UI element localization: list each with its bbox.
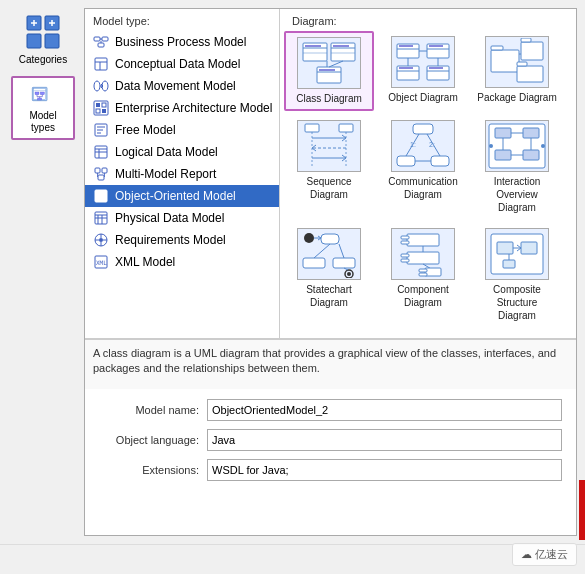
list-item-req[interactable]: Requirements Model [85,229,279,251]
svg-rect-44 [98,175,104,180]
svg-rect-11 [35,92,39,95]
svg-rect-18 [94,37,100,41]
svg-rect-139 [401,254,409,257]
diagram-item-component[interactable]: Component Diagram [378,223,468,327]
diagram-item-statechart[interactable]: Statechart Diagram [284,223,374,327]
diagram-grid: Class Diagram [284,31,572,327]
diagram-item-package[interactable]: Package Diagram [472,31,562,111]
list-item-dmm-label: Data Movement Model [115,79,236,93]
svg-rect-33 [102,109,106,113]
diagram-section-label: Diagram: [284,13,572,31]
svg-line-73 [329,61,343,67]
svg-rect-96 [517,66,543,82]
list-item-eam[interactable]: Enterprise Architecture Model [85,97,279,119]
list-item-ldm[interactable]: Logical Data Model [85,141,279,163]
sidebar-item-categories[interactable]: Categories [11,8,75,72]
svg-rect-32 [96,109,100,113]
interaction-diagram-thumb [485,120,549,172]
svg-rect-126 [321,234,339,244]
list-item-xml-label: XML Model [115,255,175,269]
svg-rect-43 [102,168,107,173]
sidebar: Categories Model types [8,8,78,536]
svg-rect-144 [419,269,427,272]
extensions-row: Extensions: [99,459,562,481]
svg-rect-115 [495,128,511,138]
list-item-pdm[interactable]: Physical Data Model [85,207,279,229]
interaction-diagram-label: Interaction Overview Diagram [477,175,557,214]
model-name-input[interactable] [207,399,562,421]
svg-rect-137 [401,241,409,244]
svg-rect-93 [491,46,503,50]
bottom-bar [0,544,585,574]
watermark: ☁ 亿速云 [512,543,577,566]
diagram-item-object[interactable]: Object Diagram [378,31,468,111]
sequence-diagram-thumb [297,120,361,172]
svg-rect-147 [497,242,513,254]
list-item-oom-label: Object-Oriented Model [115,189,236,203]
main-panel: Model type: [84,8,577,536]
object-language-input[interactable] [207,429,562,451]
svg-rect-108 [431,156,449,166]
diagram-item-class[interactable]: Class Diagram [284,31,374,111]
svg-rect-91 [429,67,443,69]
svg-rect-2 [27,34,41,48]
list-item-bpm[interactable]: Business Process Model [85,31,279,53]
svg-rect-100 [339,124,353,132]
composite-diagram-label: Composite Structure Diagram [477,283,557,322]
svg-rect-106 [413,124,433,134]
diagram-item-communication[interactable]: 1: 2: Communication Diagram [378,115,468,219]
list-item-pdm-label: Physical Data Model [115,211,224,225]
package-diagram-thumb [485,36,549,88]
svg-point-123 [489,144,493,148]
svg-point-26 [94,81,100,91]
dmm-icon [93,78,109,94]
svg-rect-138 [407,252,439,264]
svg-text:XML: XML [96,259,107,266]
list-item-xml[interactable]: XML XML Model [85,251,279,273]
svg-rect-116 [523,128,539,138]
svg-rect-118 [523,150,539,160]
svg-rect-145 [419,273,427,276]
svg-rect-150 [503,260,515,268]
svg-rect-94 [521,42,543,60]
pdm-icon [93,210,109,226]
class-diagram-thumb [297,37,361,89]
list-item-free[interactable]: Free Model [85,119,279,141]
extensions-input[interactable] [207,459,562,481]
svg-rect-12 [40,92,44,95]
diagram-item-composite[interactable]: Composite Structure Diagram [472,223,562,327]
list-item-oom[interactable]: Object-Oriented Model [85,185,279,207]
categories-icon [25,14,61,50]
list-item-mmr[interactable]: Multi-Model Report [85,163,279,185]
list-item-cdm[interactable]: Conceptual Data Model [85,53,279,75]
svg-rect-140 [401,259,409,262]
svg-point-57 [99,238,103,242]
svg-rect-20 [98,43,104,47]
list-item-dmm[interactable]: Data Movement Model [85,75,279,97]
communication-diagram-thumb: 1: 2: [391,120,455,172]
svg-rect-88 [399,45,413,47]
statechart-diagram-label: Statechart Diagram [289,283,369,309]
svg-rect-23 [95,58,107,70]
svg-rect-75 [333,45,349,47]
diagram-item-sequence[interactable]: Sequence Diagram [284,115,374,219]
sidebar-item-model-types[interactable]: Model types [11,76,75,140]
diagram-item-interaction[interactable]: Interaction Overview Diagram [472,115,562,219]
communication-diagram-label: Communication Diagram [383,175,463,201]
svg-rect-136 [401,236,409,239]
list-item-ldm-label: Logical Data Model [115,145,218,159]
red-bar [579,480,585,540]
req-icon [93,232,109,248]
svg-text:2:: 2: [429,141,435,148]
svg-rect-107 [397,156,415,166]
model-name-row: Model name: [99,399,562,421]
svg-rect-92 [491,50,519,72]
list-item-cdm-label: Conceptual Data Model [115,57,240,71]
class-diagram-label: Class Diagram [296,92,362,105]
categories-label: Categories [19,54,67,66]
extensions-label: Extensions: [99,464,199,476]
svg-rect-135 [407,234,439,246]
statechart-diagram-thumb [297,228,361,280]
svg-rect-74 [305,45,321,47]
svg-point-124 [541,144,545,148]
